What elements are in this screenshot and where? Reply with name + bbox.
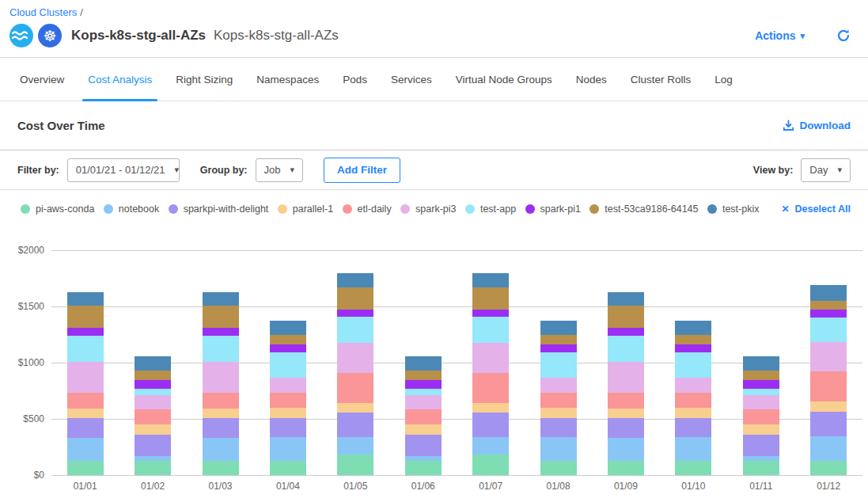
bar-segment-etl-daily[interactable] (608, 393, 644, 408)
bar-segment-test-53ca9186-64145[interactable] (675, 335, 711, 344)
bar-segment-spark-pi1[interactable] (67, 328, 104, 336)
bar-segment-spark-pi1[interactable] (270, 344, 306, 352)
tab-overview[interactable]: Overview (8, 58, 76, 101)
bar-01-11[interactable] (743, 356, 779, 475)
bar-segment-etl-daily[interactable] (270, 393, 306, 408)
bar-segment-test-pkix[interactable] (675, 321, 711, 335)
bar-segment-spark-pi3[interactable] (67, 362, 104, 394)
bar-segment-test-pkix[interactable] (203, 292, 239, 306)
bar-segment-parallel-1[interactable] (405, 424, 442, 435)
bar-segment-sparkpi-with-delight[interactable] (810, 412, 847, 436)
bar-segment-test-app[interactable] (608, 336, 644, 362)
bar-segment-etl-daily[interactable] (337, 373, 373, 403)
bar-segment-test-app[interactable] (337, 317, 373, 343)
bar-segment-spark-pi3[interactable] (135, 395, 171, 409)
bar-segment-pi-aws-conda[interactable] (743, 461, 779, 475)
tab-virtual-node-groups[interactable]: Virtual Node Groups (444, 58, 564, 101)
bar-segment-parallel-1[interactable] (472, 403, 509, 412)
bar-segment-pi-aws-conda[interactable] (67, 461, 104, 475)
tab-cluster-rolls[interactable]: Cluster Rolls (619, 58, 703, 101)
bar-segment-pi-aws-conda[interactable] (810, 461, 847, 475)
date-range-select[interactable]: 01/01/21 - 01/12/21 ▾ (67, 158, 180, 182)
bar-segment-sparkpi-with-delight[interactable] (405, 435, 442, 456)
tab-namespaces[interactable]: Namespaces (244, 58, 331, 101)
bar-segment-etl-daily[interactable] (743, 409, 779, 424)
bar-segment-spark-pi1[interactable] (743, 380, 779, 389)
bar-segment-notebook[interactable] (203, 438, 239, 460)
bar-segment-test-53ca9186-64145[interactable] (270, 335, 306, 344)
bar-segment-parallel-1[interactable] (810, 401, 847, 412)
bar-01-10[interactable] (675, 321, 711, 475)
bar-01-05[interactable] (337, 273, 373, 475)
bar-segment-test-pkix[interactable] (270, 321, 306, 335)
bar-segment-etl-daily[interactable] (67, 393, 104, 408)
legend-item-test-53ca9186-64145[interactable]: test-53ca9186-64145 (589, 203, 698, 215)
bar-segment-test-53ca9186-64145[interactable] (405, 371, 442, 380)
bar-01-01[interactable] (67, 292, 104, 475)
tab-pods[interactable]: Pods (331, 58, 379, 101)
bar-segment-test-pkix[interactable] (67, 292, 104, 306)
bar-segment-etl-daily[interactable] (472, 373, 509, 403)
bar-segment-etl-daily[interactable] (675, 393, 711, 408)
bar-segment-spark-pi1[interactable] (203, 328, 239, 336)
legend-item-sparkpi-with-delight[interactable]: sparkpi-with-delight (169, 203, 269, 215)
bar-segment-notebook[interactable] (270, 437, 306, 460)
bar-segment-spark-pi1[interactable] (135, 380, 171, 389)
bar-segment-test-53ca9186-64145[interactable] (743, 371, 779, 380)
bar-01-09[interactable] (608, 292, 644, 475)
refresh-button[interactable] (836, 29, 851, 43)
bar-01-02[interactable] (135, 356, 171, 475)
bar-segment-notebook[interactable] (810, 436, 847, 461)
bar-segment-spark-pi3[interactable] (675, 378, 711, 392)
bar-segment-sparkpi-with-delight[interactable] (675, 418, 711, 438)
bar-segment-test-pkix[interactable] (472, 273, 509, 287)
bar-segment-test-pkix[interactable] (135, 356, 171, 371)
view-by-select[interactable]: Day ▾ (801, 158, 851, 182)
bar-segment-sparkpi-with-delight[interactable] (743, 435, 779, 456)
legend-item-notebook[interactable]: notebook (104, 203, 159, 215)
bar-segment-spark-pi3[interactable] (270, 378, 306, 392)
bar-segment-pi-aws-conda[interactable] (135, 461, 171, 475)
bar-segment-spark-pi1[interactable] (675, 344, 711, 352)
bar-segment-test-app[interactable] (270, 352, 306, 378)
bar-segment-spark-pi1[interactable] (472, 310, 509, 317)
bar-segment-spark-pi1[interactable] (405, 380, 442, 389)
bar-segment-notebook[interactable] (540, 437, 577, 460)
bar-segment-spark-pi1[interactable] (540, 344, 577, 352)
bar-segment-etl-daily[interactable] (540, 393, 577, 408)
bar-segment-test-app[interactable] (472, 317, 509, 343)
bar-segment-sparkpi-with-delight[interactable] (608, 418, 644, 438)
download-button[interactable]: Download (783, 120, 851, 131)
bar-segment-test-app[interactable] (743, 389, 779, 395)
bar-segment-test-app[interactable] (540, 352, 577, 378)
bar-segment-pi-aws-conda[interactable] (472, 454, 509, 475)
tab-nodes[interactable]: Nodes (564, 58, 619, 101)
group-by-select[interactable]: Job ▾ (256, 158, 304, 182)
bar-segment-parallel-1[interactable] (608, 409, 644, 419)
bar-segment-etl-daily[interactable] (810, 371, 847, 401)
bar-segment-notebook[interactable] (67, 438, 104, 460)
bar-segment-notebook[interactable] (472, 437, 509, 455)
bar-segment-test-app[interactable] (203, 336, 239, 362)
bar-segment-spark-pi3[interactable] (743, 395, 779, 409)
bar-segment-pi-aws-conda[interactable] (675, 461, 711, 475)
bar-segment-test-53ca9186-64145[interactable] (540, 335, 577, 344)
bar-segment-spark-pi3[interactable] (540, 378, 577, 392)
bar-segment-test-53ca9186-64145[interactable] (810, 301, 847, 310)
bar-segment-spark-pi3[interactable] (405, 395, 442, 409)
bar-segment-test-53ca9186-64145[interactable] (203, 306, 239, 328)
bar-segment-parallel-1[interactable] (67, 409, 104, 419)
bar-segment-sparkpi-with-delight[interactable] (540, 418, 577, 438)
add-filter-button[interactable]: Add Filter (324, 158, 400, 183)
tab-cost-analysis[interactable]: Cost Analysis (76, 58, 164, 101)
legend-item-test-app[interactable]: test-app (465, 203, 516, 215)
bar-segment-pi-aws-conda[interactable] (540, 461, 577, 475)
legend-item-pi-aws-conda[interactable]: pi-aws-conda (21, 203, 94, 215)
bar-segment-pi-aws-conda[interactable] (608, 461, 644, 475)
bar-segment-spark-pi1[interactable] (608, 328, 644, 336)
bar-segment-sparkpi-with-delight[interactable] (337, 413, 373, 437)
bar-segment-notebook[interactable] (675, 437, 711, 460)
bar-segment-test-pkix[interactable] (743, 356, 779, 371)
tab-right-sizing[interactable]: Right Sizing (164, 58, 244, 101)
legend-item-spark-pi3[interactable]: spark-pi3 (400, 203, 456, 215)
